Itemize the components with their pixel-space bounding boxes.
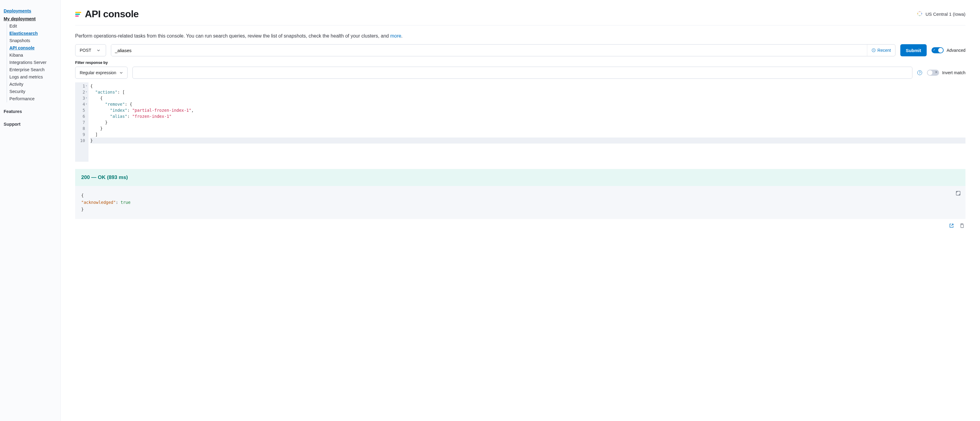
filter-input[interactable]: [132, 67, 912, 79]
region-label: US Central 1 (Iowa): [926, 11, 966, 17]
advanced-toggle-group: ✓ Advanced: [932, 44, 966, 56]
recent-label: Recent: [878, 48, 891, 53]
sidebar-item-logs-and-metrics[interactable]: Logs and metrics: [7, 73, 60, 81]
clock-icon: [872, 48, 876, 52]
request-body-editor[interactable]: 1▾2▾3▾4▾5 6 7 8 9 10 { "actions": [ { "r…: [75, 83, 966, 162]
request-path-field: Recent: [111, 44, 896, 56]
http-method-value: POST: [80, 48, 91, 53]
invert-match-label: Invert match: [942, 70, 966, 75]
page-description: Perform operations-related tasks from th…: [75, 33, 966, 39]
page-title: API console: [85, 8, 139, 20]
editor-code[interactable]: { "actions": [ { "remove": { "index": "p…: [89, 83, 966, 162]
sidebar-item-edit[interactable]: Edit: [7, 22, 60, 30]
sidebar-item-performance[interactable]: Performance: [7, 95, 60, 102]
sidebar-item-elasticsearch[interactable]: Elasticsearch: [7, 30, 60, 37]
sidebar-item-kibana[interactable]: Kibana: [7, 51, 60, 59]
chevron-down-icon: [119, 71, 123, 75]
svg-rect-2: [961, 224, 964, 227]
help-icon[interactable]: ?: [917, 70, 922, 75]
filter-type-value: Regular expression: [80, 70, 116, 75]
sidebar-item-api-console[interactable]: API console: [7, 44, 60, 51]
filter-controls: Regular expression ? ✕ Invert match: [75, 67, 966, 79]
request-controls: POST Recent Submit ✓ Advanced: [75, 44, 966, 56]
sidebar-item-activity[interactable]: Activity: [7, 81, 60, 88]
advanced-toggle[interactable]: ✓: [932, 47, 943, 53]
more-link[interactable]: more: [390, 33, 401, 38]
advanced-label: Advanced: [947, 48, 966, 53]
filter-type-select[interactable]: Regular expression: [75, 67, 127, 79]
deployments-link[interactable]: Deployments: [4, 7, 60, 15]
request-path-input[interactable]: [111, 44, 867, 56]
invert-match-toggle[interactable]: ✕: [927, 70, 939, 76]
gcp-icon: [916, 10, 923, 18]
chevron-down-icon: [97, 48, 100, 52]
sidebar-item-enterprise-search[interactable]: Enterprise Search: [7, 66, 60, 73]
elastic-logo-icon: [75, 12, 81, 17]
check-icon: ✓: [933, 48, 935, 51]
region-indicator: US Central 1 (Iowa): [916, 10, 966, 18]
invert-match-group: ✕ Invert match: [927, 70, 966, 76]
sidebar-section-features[interactable]: Features: [4, 108, 60, 115]
response-status: 200 — OK (893 ms): [75, 169, 966, 186]
sidebar-item-integrations-server[interactable]: Integrations Server: [7, 59, 60, 66]
response-body: { "acknowledged": true}: [75, 186, 966, 219]
sidebar: Deployments My deployment Edit Elasticse…: [0, 0, 60, 421]
deployment-name-link[interactable]: My deployment: [4, 15, 60, 22]
response-footer-actions: [75, 219, 966, 229]
x-icon: ✕: [935, 70, 937, 74]
recent-button[interactable]: Recent: [867, 44, 895, 56]
main-content: API console US Central 1 (Iowa) Perform …: [60, 0, 980, 421]
editor-gutter: 1▾2▾3▾4▾5 6 7 8 9 10: [75, 83, 89, 162]
open-external-icon[interactable]: [949, 223, 954, 229]
sidebar-item-snapshots[interactable]: Snapshots: [7, 37, 60, 44]
sidebar-item-security[interactable]: Security: [7, 88, 60, 95]
copy-icon[interactable]: [959, 223, 964, 229]
page-header: API console US Central 1 (Iowa): [75, 8, 966, 25]
submit-button[interactable]: Submit: [900, 44, 927, 56]
expand-icon[interactable]: [956, 191, 961, 198]
filter-label: Filter response by: [75, 60, 966, 65]
http-method-select[interactable]: POST: [75, 44, 106, 56]
sidebar-section-support[interactable]: Support: [4, 121, 60, 128]
